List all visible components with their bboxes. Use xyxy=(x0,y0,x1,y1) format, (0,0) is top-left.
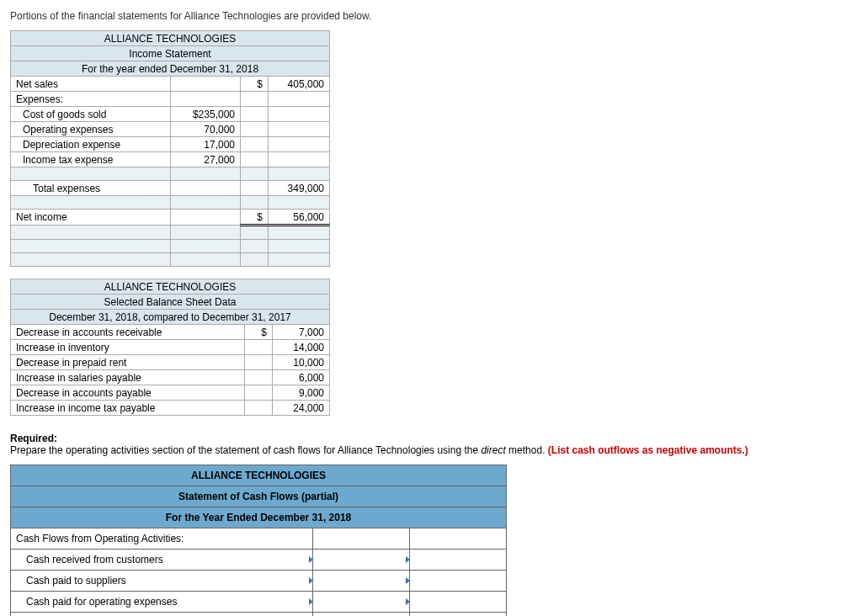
net-sales-label: Net sales xyxy=(11,77,171,92)
net-income-sym: $ xyxy=(241,210,269,226)
is-period: For the year ended December 31, 2018 xyxy=(11,61,330,77)
ans-period: For the Year Ended December 31, 2018 xyxy=(11,507,507,528)
net-income-label: Net income xyxy=(11,210,171,226)
bs-period: December 31, 2018, compared to December … xyxy=(11,310,330,325)
exp-2-label: Depreciation expense xyxy=(11,137,171,152)
bs-5-label: Increase in income tax payable xyxy=(11,401,245,416)
exp-0-label: Cost of goods sold xyxy=(11,107,171,122)
bs-0-sym: $ xyxy=(245,325,273,340)
ans-input[interactable] xyxy=(410,613,507,617)
bs-3-label: Increase in salaries payable xyxy=(11,370,245,385)
balance-changes-table: ALLIANCE TECHNOLOGIES Selected Balance S… xyxy=(10,279,330,416)
bs-4-val: 9,000 xyxy=(273,385,330,401)
bs-1-sym xyxy=(245,340,273,355)
bs-company: ALLIANCE TECHNOLOGIES xyxy=(11,279,330,295)
ans-input[interactable] xyxy=(313,592,410,613)
net-sales-sym: $ xyxy=(241,77,269,92)
ans-row-1[interactable]: Cash paid to suppliers xyxy=(11,571,313,592)
is-title: Income Statement xyxy=(11,46,330,61)
bs-5-sym xyxy=(245,401,273,416)
total-exp-val: 349,000 xyxy=(269,181,330,196)
ans-company: ALLIANCE TECHNOLOGIES xyxy=(11,465,507,486)
ans-input[interactable] xyxy=(313,528,410,550)
is-company: ALLIANCE TECHNOLOGIES xyxy=(11,31,330,46)
ans-input[interactable] xyxy=(410,550,507,571)
ans-input[interactable] xyxy=(410,592,507,613)
ans-row-2[interactable]: Cash paid for operating expenses xyxy=(11,592,313,613)
bs-0-label: Decrease in accounts receivable xyxy=(11,325,245,340)
required-italic: direct xyxy=(481,444,505,456)
bs-5-val: 24,000 xyxy=(273,401,330,416)
ans-title: Statement of Cash Flows (partial) xyxy=(11,486,507,507)
bs-3-val: 6,000 xyxy=(273,370,330,385)
bs-1-val: 14,000 xyxy=(273,340,330,355)
bs-3-sym xyxy=(245,370,273,385)
ans-row-3[interactable]: Cash paid for income taxes xyxy=(11,613,313,617)
bs-0-val: 7,000 xyxy=(273,325,330,340)
exp-2-val: 17,000 xyxy=(171,137,241,152)
required-after: method. xyxy=(506,444,548,456)
expenses-label: Expenses: xyxy=(11,92,171,107)
ans-input[interactable] xyxy=(313,571,410,592)
bs-4-sym xyxy=(245,385,273,401)
required-block: Required: Prepare the operating activiti… xyxy=(10,433,852,456)
exp-0-val: $235,000 xyxy=(171,107,241,122)
income-statement-table: ALLIANCE TECHNOLOGIES Income Statement F… xyxy=(10,30,330,267)
net-sales-val: 405,000 xyxy=(269,77,330,92)
intro-text: Portions of the financial statements for… xyxy=(10,10,852,22)
bs-2-sym xyxy=(245,355,273,370)
required-red: (List cash outflows as negative amounts.… xyxy=(548,444,748,456)
ans-section-label: Cash Flows from Operating Activities: xyxy=(11,528,313,550)
ans-input[interactable] xyxy=(410,571,507,592)
ans-input[interactable] xyxy=(313,613,410,617)
exp-1-label: Operating expenses xyxy=(11,122,171,137)
bs-1-label: Increase in inventory xyxy=(11,340,245,355)
bs-4-label: Decrease in accounts payable xyxy=(11,385,245,401)
required-before: Prepare the operating activities section… xyxy=(10,444,481,456)
bs-2-val: 10,000 xyxy=(273,355,330,370)
bs-title: Selected Balance Sheet Data xyxy=(11,295,330,310)
exp-3-val: 27,000 xyxy=(171,152,241,167)
answer-table: ALLIANCE TECHNOLOGIES Statement of Cash … xyxy=(10,465,507,616)
required-heading: Required: xyxy=(10,433,57,444)
net-income-val: 56,000 xyxy=(269,210,330,226)
total-exp-label: Total expenses xyxy=(11,181,171,196)
ans-input[interactable] xyxy=(410,528,507,550)
exp-3-label: Income tax expense xyxy=(11,152,171,167)
exp-1-val: 70,000 xyxy=(171,122,241,137)
ans-row-0[interactable]: Cash received from customers xyxy=(11,550,313,571)
bs-2-label: Decrease in prepaid rent xyxy=(11,355,245,370)
ans-input[interactable] xyxy=(313,550,410,571)
